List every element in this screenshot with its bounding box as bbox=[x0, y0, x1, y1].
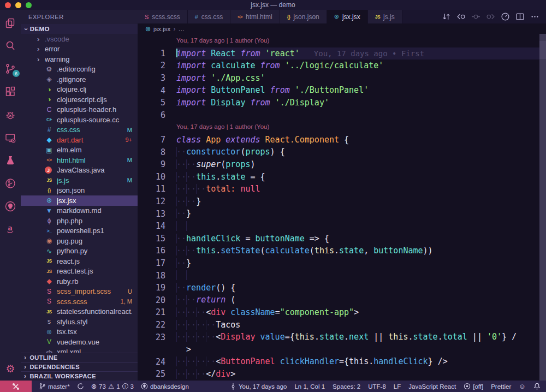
panel-outline[interactable]: › OUTLINE bbox=[21, 353, 138, 362]
tree-item[interactable]: {}json.json bbox=[21, 186, 138, 196]
search-icon[interactable] bbox=[4, 40, 16, 52]
problems-indicator[interactable]: ⊗ 73 ⚠ 1 i 3 bbox=[91, 382, 134, 390]
more-actions-icon[interactable] bbox=[530, 12, 539, 21]
navigate-back-icon[interactable] bbox=[456, 12, 466, 21]
open-changes-icon[interactable] bbox=[442, 12, 451, 21]
split-editor-icon[interactable] bbox=[515, 12, 525, 21]
tree-item[interactable]: ◈.gitignore bbox=[21, 74, 138, 85]
tree-item[interactable]: </>xml.xml bbox=[21, 347, 138, 353]
tree-item[interactable]: JSreact.js bbox=[21, 256, 138, 266]
remote-explorer-icon[interactable] bbox=[4, 132, 16, 144]
tree-item[interactable]: #css.cssM bbox=[21, 125, 138, 135]
feedback-smiley[interactable]: ☺ bbox=[519, 383, 526, 390]
code-line[interactable]: 24········<ButtonPanel clickHandler={thi… bbox=[138, 355, 546, 368]
tree-item[interactable]: ⊛tsx.tsx bbox=[21, 327, 138, 337]
code-line[interactable]: 13··} bbox=[138, 207, 546, 220]
panel-brazil-workspace[interactable]: › BRAZIL WORKSPACE bbox=[21, 371, 138, 381]
tree-item[interactable]: ϕphp.php bbox=[21, 216, 138, 226]
remote-indicator[interactable] bbox=[0, 381, 32, 392]
git-branch-indicator[interactable]: master* bbox=[39, 383, 70, 390]
github-account[interactable]: dbanksdesign bbox=[141, 383, 189, 390]
tree-item[interactable]: Sscss_import.scssU bbox=[21, 287, 138, 297]
code-line[interactable]: 5import Display from './Display' bbox=[138, 97, 546, 109]
tree-item[interactable]: sstylus.styl bbox=[21, 317, 138, 327]
code-line[interactable]: 22········Tacos bbox=[138, 319, 546, 331]
tab-jsx.jsx[interactable]: ⊛jsx.jsx bbox=[327, 10, 368, 23]
tree-item[interactable]: ∿python.py bbox=[21, 246, 138, 257]
code-line[interactable]: 14··· bbox=[138, 220, 546, 233]
code-line[interactable]: 12····} bbox=[138, 195, 546, 208]
code-line[interactable]: 1import React from 'react'You, 17 days a… bbox=[138, 47, 546, 60]
tree-item[interactable]: ›error bbox=[21, 44, 138, 55]
code-line[interactable]: 15··handleClick = buttonName => { bbox=[138, 233, 546, 245]
debug-icon[interactable] bbox=[4, 109, 16, 121]
settings-gear-icon[interactable]: ⚙ bbox=[4, 363, 16, 375]
tree-item[interactable]: Vvuedemo.vue bbox=[21, 337, 138, 347]
code-line[interactable]: 16····this.setState(calculate(this.state… bbox=[138, 245, 546, 257]
tab-scss.scss[interactable]: Sscss.scss bbox=[138, 10, 188, 23]
code-line[interactable]: 6 bbox=[138, 109, 546, 122]
code-editor[interactable]: You, 17 days ago | 1 author (You)1import… bbox=[138, 34, 546, 381]
source-control-icon[interactable]: 6 bbox=[4, 63, 16, 75]
tree-item[interactable]: JJavaClass.java bbox=[21, 165, 138, 176]
code-line[interactable]: 9····super(props) bbox=[138, 158, 546, 171]
tab-js.js[interactable]: JSjs.js bbox=[368, 10, 402, 23]
formatter-status[interactable]: Prettier bbox=[491, 383, 511, 390]
tree-item[interactable]: Sscss.scss1, M bbox=[21, 296, 138, 307]
codelens-row[interactable]: You, 17 days ago | 1 author (You) bbox=[138, 121, 546, 134]
tree-item[interactable]: ▣elm.elm bbox=[21, 145, 138, 156]
tab-css.css[interactable]: #css.css bbox=[188, 10, 230, 23]
gitlens-icon[interactable] bbox=[4, 177, 16, 189]
tree-item[interactable]: ◑clojurescript.cljs bbox=[21, 94, 138, 105]
code-line[interactable]: 17··} bbox=[138, 257, 546, 270]
github-icon[interactable] bbox=[4, 200, 16, 212]
code-line[interactable]: 20····return ( bbox=[138, 294, 546, 306]
language-mode[interactable]: JavaScript React bbox=[408, 383, 456, 390]
code-line[interactable]: 18··· bbox=[138, 269, 546, 282]
tree-item[interactable]: C+cplusplus-source.cc bbox=[21, 115, 138, 125]
codelens-row[interactable]: You, 17 days ago | 1 author (You) bbox=[138, 35, 546, 47]
code-line[interactable]: 21······<div className="component-app"> bbox=[138, 306, 546, 319]
code-line[interactable]: 8··constructor(props) { bbox=[138, 146, 546, 158]
tree-item[interactable]: ◆dart.dart9+ bbox=[21, 135, 138, 145]
navigate-forward-icon[interactable] bbox=[486, 12, 495, 21]
code-line[interactable]: 4import ButtonPanel from './ButtonPanel' bbox=[138, 84, 546, 97]
code-line[interactable]: > bbox=[138, 343, 546, 356]
indentation-setting[interactable]: Spaces: 2 bbox=[333, 383, 360, 390]
tree-item[interactable]: JSreact.test.js bbox=[21, 266, 138, 277]
code-line[interactable]: 2import calculate from '../logic/calcula… bbox=[138, 60, 546, 72]
extensions-icon[interactable] bbox=[4, 86, 16, 98]
code-line[interactable]: 19··render() { bbox=[138, 282, 546, 294]
blame-status[interactable]: You, 17 days ago bbox=[230, 383, 287, 390]
panel-dependencies[interactable]: › DEPENDENCIES bbox=[21, 362, 138, 371]
tree-item[interactable]: ›.vscode bbox=[21, 34, 138, 44]
test-flask-icon[interactable] bbox=[4, 155, 16, 167]
code-line[interactable]: 25······</div> bbox=[138, 368, 546, 381]
tree-item[interactable]: Ccplusplus-header.h bbox=[21, 105, 138, 115]
code-line[interactable]: 11······total: null bbox=[138, 183, 546, 195]
code-line[interactable]: 7class App extends React.Component { bbox=[138, 134, 546, 146]
encoding-setting[interactable]: UTF-8 bbox=[368, 383, 386, 390]
code-line[interactable]: 10····this.state = { bbox=[138, 171, 546, 183]
tree-item[interactable]: JSstatelessfunctionalreact.js bbox=[21, 307, 138, 317]
tree-item[interactable]: ⊛jsx.jsx bbox=[21, 195, 138, 206]
folder-section-demo[interactable]: › DEMO bbox=[21, 24, 138, 34]
tree-item[interactable]: >_powershell.ps1 bbox=[21, 226, 138, 236]
notifications-bell[interactable] bbox=[533, 383, 541, 390]
tree-item[interactable]: <>html.htmlM bbox=[21, 155, 138, 165]
code-line[interactable]: 23········<Display value={this.state.nex… bbox=[138, 331, 546, 343]
tree-item[interactable]: ›warning bbox=[21, 54, 138, 64]
sync-button[interactable] bbox=[77, 383, 84, 390]
tree-item[interactable]: ◆ruby.rb bbox=[21, 276, 138, 287]
breadcrumb-file[interactable]: jsx.jsx bbox=[153, 26, 170, 32]
editor-scrollbar[interactable] bbox=[539, 34, 546, 381]
code-line[interactable]: 3import './App.css' bbox=[138, 72, 546, 85]
annotations-toggle[interactable]: [off] bbox=[464, 383, 483, 390]
tree-item[interactable]: ◑clojure.clj bbox=[21, 85, 138, 95]
tree-item[interactable]: ⚙.editorconfig bbox=[21, 64, 138, 75]
tree-item[interactable]: JSjs.jsM bbox=[21, 175, 138, 186]
breadcrumb[interactable]: ⊛ jsx.jsx › … bbox=[138, 23, 546, 34]
nav-dash-circle-icon[interactable] bbox=[471, 12, 480, 21]
aws-amazon-icon[interactable]: a bbox=[4, 223, 16, 235]
run-code-icon[interactable] bbox=[501, 12, 510, 21]
